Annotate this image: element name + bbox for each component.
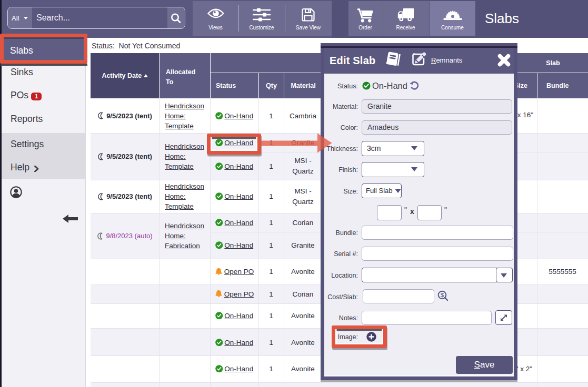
svg-text:$: $ [441,292,444,298]
